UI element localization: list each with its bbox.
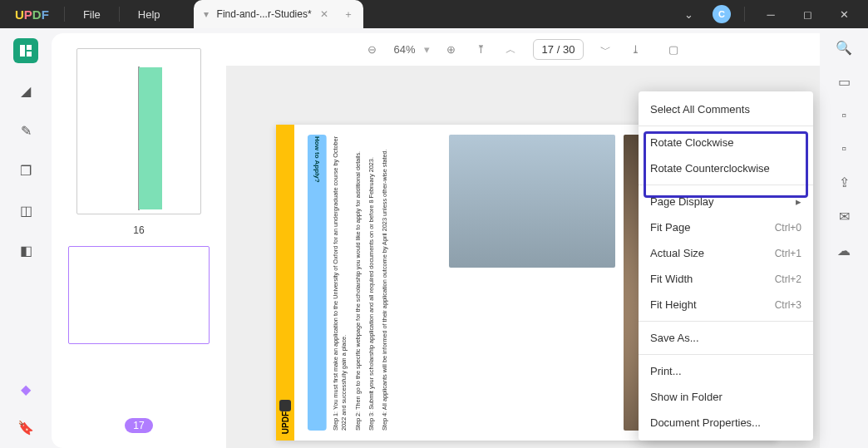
- tab-chevron-icon: ▾: [204, 8, 209, 20]
- step4-text: Step 4: All applicants will be informed …: [381, 135, 389, 431]
- organize-tool[interactable]: ◧: [13, 238, 38, 263]
- menu-select-all-comments[interactable]: Select All Comments: [639, 96, 813, 122]
- menu-fit-height[interactable]: Fit HeightCtrl+3: [639, 292, 813, 318]
- mail-icon[interactable]: ✉: [839, 209, 850, 224]
- svg-rect-1: [27, 45, 32, 50]
- edit-tool[interactable]: ✎: [13, 118, 38, 143]
- context-menu: Select All Comments Rotate Clockwise Rot…: [639, 91, 813, 441]
- zoom-out-button[interactable]: ⊖: [364, 43, 381, 56]
- share-icon[interactable]: ⇪: [839, 175, 850, 190]
- page-indicator[interactable]: 17 / 30: [533, 39, 584, 60]
- tab-close-icon[interactable]: ✕: [320, 8, 328, 20]
- app-logo: UPDF: [0, 7, 64, 22]
- total-pages: 30: [563, 43, 575, 56]
- layers-tool[interactable]: ◆: [13, 377, 38, 401]
- minimize-button[interactable]: ─: [758, 8, 783, 21]
- menu-help[interactable]: Help: [120, 8, 179, 21]
- bookmark-tool[interactable]: 🔖: [13, 415, 38, 440]
- presentation-button[interactable]: ▢: [665, 43, 682, 56]
- step3-text: Step 3: Submit your scholarship applicat…: [367, 135, 376, 431]
- search-icon[interactable]: 🔍: [836, 40, 852, 56]
- menu-document-properties[interactable]: Document Properties...: [639, 410, 813, 436]
- last-page-button[interactable]: ⤓: [627, 43, 644, 56]
- zoom-dropdown[interactable]: 64% ▾: [394, 43, 430, 56]
- menu-file[interactable]: File: [65, 8, 119, 21]
- chevron-down-icon[interactable]: ⌄: [676, 8, 701, 21]
- menu-page-display[interactable]: Page Display▸: [639, 189, 813, 214]
- page-image-building: [449, 135, 615, 268]
- page-icon[interactable]: ▫: [841, 108, 846, 123]
- document-tab[interactable]: ▾ Find-and-...r-Studies* ✕ ＋: [194, 0, 363, 28]
- user-avatar[interactable]: C: [713, 5, 731, 23]
- menu-actual-size[interactable]: Actual SizeCtrl+1: [639, 240, 813, 266]
- current-page: 17: [542, 43, 554, 56]
- chevron-down-icon: ▾: [424, 43, 430, 56]
- menu-show-in-folder[interactable]: Show in Folder: [639, 384, 813, 410]
- step2-text: Step 2: Then go to the specific webpage …: [354, 135, 362, 431]
- title-bar: UPDF File Help ▾ Find-and-...r-Studies* …: [0, 0, 868, 28]
- first-page-button[interactable]: ⤒: [473, 43, 490, 56]
- thumbnail-page-17[interactable]: [68, 246, 210, 344]
- thumbnail-panel: 16 17: [52, 33, 226, 448]
- highlight-tool[interactable]: ◢: [13, 78, 38, 103]
- next-page-button[interactable]: ﹀: [597, 42, 614, 57]
- svg-rect-2: [27, 52, 32, 57]
- page-tool[interactable]: ❐: [13, 158, 38, 183]
- thumbnail-page-16[interactable]: [76, 48, 201, 214]
- tool-rail-left: ◢ ✎ ❐ ◫ ◧ ◆ 🔖: [0, 28, 52, 448]
- menu-fit-page[interactable]: Fit PageCtrl+0: [639, 214, 813, 240]
- viewer-toolbar: ⊖ 64% ▾ ⊕ ⤒ ︿ 17 / 30 ﹀ ⤓ ▢: [226, 33, 820, 66]
- save-icon[interactable]: ☁: [837, 243, 851, 258]
- menu-save-as[interactable]: Save As...: [639, 325, 813, 351]
- thumbnail-label-17: 17: [125, 418, 152, 433]
- menu-rotate-clockwise[interactable]: Rotate Clockwise: [639, 130, 813, 155]
- chevron-right-icon: ▸: [796, 195, 801, 208]
- ocr-icon[interactable]: ▭: [838, 74, 851, 90]
- menu-fit-width[interactable]: Fit WidthCtrl+2: [639, 266, 813, 292]
- tool-rail-right: 🔍 ▭ ▫ ▫ ⇪ ✉ ☁: [820, 28, 868, 448]
- menu-rotate-counterclockwise[interactable]: Rotate Counterclockwise: [639, 155, 813, 181]
- page-brand: UPDF: [281, 411, 290, 434]
- thumbnails-tool[interactable]: [13, 38, 38, 63]
- menu-print[interactable]: Print...: [639, 358, 813, 384]
- thumbnail-label-16: 16: [133, 224, 144, 236]
- prev-page-button[interactable]: ︿: [503, 42, 520, 57]
- maximize-button[interactable]: ◻: [795, 8, 820, 21]
- step1-text: Step 1: You must first make an applicati…: [332, 135, 348, 431]
- new-tab-button[interactable]: ＋: [343, 7, 353, 22]
- crop-tool[interactable]: ◫: [13, 198, 38, 223]
- how-to-apply-heading: How to Apply?: [308, 135, 327, 431]
- close-button[interactable]: ✕: [831, 8, 856, 21]
- export-icon[interactable]: ▫: [841, 141, 846, 156]
- svg-rect-0: [20, 45, 25, 57]
- zoom-level: 64%: [394, 43, 416, 56]
- tab-title: Find-and-...r-Studies*: [217, 8, 312, 20]
- zoom-in-button[interactable]: ⊕: [443, 43, 460, 56]
